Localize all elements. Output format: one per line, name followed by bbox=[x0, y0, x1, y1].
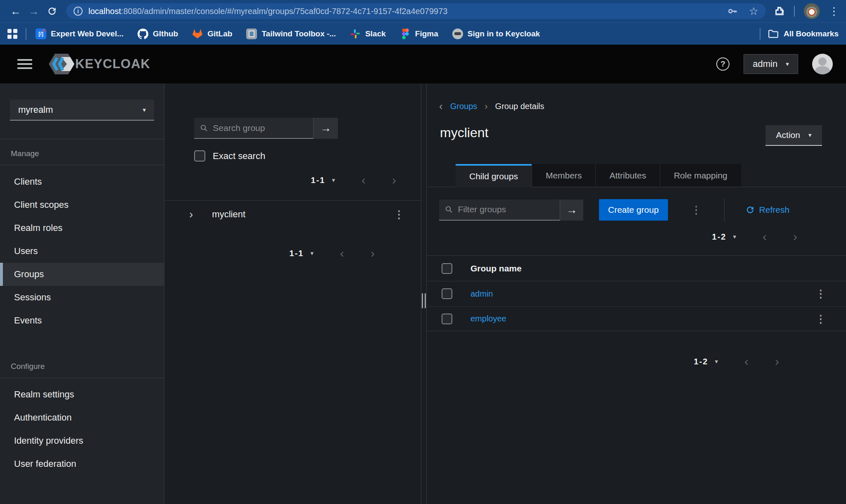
search-group-input[interactable] bbox=[213, 123, 307, 133]
url-bar[interactable]: i localhost:8080/admin/master/console/#/… bbox=[66, 3, 766, 19]
group-link-admin[interactable]: admin bbox=[471, 289, 493, 299]
group-link-employee[interactable]: employee bbox=[471, 314, 506, 323]
prev-page-icon[interactable]: ‹ bbox=[763, 231, 767, 243]
group-search-field[interactable] bbox=[194, 118, 313, 139]
help-icon[interactable]: ? bbox=[716, 57, 730, 71]
chevron-down-icon[interactable]: ▾ bbox=[310, 250, 314, 257]
bookmark-star-icon[interactable]: ☆ bbox=[749, 6, 758, 17]
bookmark-label: Slack bbox=[365, 29, 386, 38]
sidebar-item-identity-providers[interactable]: Identity providers bbox=[0, 429, 164, 452]
breadcrumb-chevron-icon: › bbox=[485, 101, 487, 112]
row-kebab-icon[interactable]: ⋮ bbox=[815, 288, 826, 299]
reload-icon[interactable] bbox=[43, 2, 61, 20]
tree-item-kebab-icon[interactable]: ⋮ bbox=[394, 209, 404, 220]
sidebar-item-users[interactable]: Users bbox=[0, 240, 164, 263]
chevron-down-icon[interactable]: ▾ bbox=[733, 233, 736, 240]
next-page-icon[interactable]: › bbox=[392, 174, 396, 186]
sidebar-item-realm-settings[interactable]: Realm settings bbox=[0, 383, 164, 406]
username: admin bbox=[753, 59, 777, 69]
breadcrumb-groups-link[interactable]: Groups bbox=[450, 102, 478, 111]
sidebar-item-events[interactable]: Events bbox=[0, 309, 164, 332]
password-key-icon[interactable] bbox=[727, 5, 738, 17]
prev-page-icon[interactable]: ‹ bbox=[361, 174, 366, 186]
keycloak-logo[interactable]: KEYCLOAK bbox=[49, 53, 150, 75]
extensions-icon[interactable] bbox=[774, 6, 785, 17]
create-group-button[interactable]: Create group bbox=[599, 199, 668, 221]
browser-profile-avatar[interactable] bbox=[804, 3, 820, 19]
bookmark-keycloak[interactable]: Sign in to Keycloak bbox=[452, 29, 540, 39]
prev-page-icon[interactable]: ‹ bbox=[340, 247, 344, 259]
bookmark-figma[interactable]: Figma bbox=[400, 29, 438, 39]
row-checkbox[interactable] bbox=[442, 288, 452, 299]
browser-menu-icon[interactable]: ⋮ bbox=[829, 6, 839, 17]
sidebar-item-realm-roles[interactable]: Realm roles bbox=[0, 216, 164, 240]
table-row: employee ⋮ bbox=[427, 306, 846, 331]
tree-pagination-bottom: 1-1 ▾ ‹ › bbox=[164, 247, 375, 259]
tab-child-groups[interactable]: Child groups bbox=[456, 164, 532, 187]
bookmarks-bar: [/] Expert Web Devel... GIthub GitLab Ta… bbox=[0, 22, 846, 45]
user-dropdown[interactable]: admin ▾ bbox=[744, 54, 798, 74]
breadcrumb: ‹ Groups › Group details bbox=[439, 100, 846, 113]
chevron-down-icon: ▾ bbox=[143, 106, 146, 114]
next-page-icon[interactable]: › bbox=[775, 355, 779, 368]
breadcrumb-back-icon[interactable]: ‹ bbox=[439, 100, 443, 113]
next-page-icon[interactable]: › bbox=[371, 247, 375, 259]
exact-search-checkbox[interactable] bbox=[194, 150, 205, 162]
table-pagination-top: 1-2 ▾ ‹ › bbox=[427, 231, 797, 243]
forward-icon[interactable]: → bbox=[25, 2, 43, 20]
tree-item-myclient[interactable]: › myclient ⋮ bbox=[164, 201, 421, 228]
search-submit-button[interactable]: → bbox=[313, 118, 338, 139]
apps-grid-icon[interactable] bbox=[7, 29, 17, 39]
back-icon[interactable]: ← bbox=[7, 2, 25, 20]
bookmark-expert-web[interactable]: [/] Expert Web Devel... bbox=[36, 29, 124, 39]
row-checkbox[interactable] bbox=[442, 314, 452, 324]
bookmark-tailwind-toolbox[interactable]: Tailwind Toolbox -... bbox=[246, 29, 336, 39]
panel-resize-handle[interactable] bbox=[422, 293, 426, 308]
sidebar-item-sessions[interactable]: Sessions bbox=[0, 286, 164, 309]
bookmark-github[interactable]: GIthub bbox=[138, 29, 178, 39]
filter-submit-button[interactable]: → bbox=[560, 200, 583, 221]
toolbar-kebab-icon[interactable]: ⋮ bbox=[691, 204, 702, 215]
keycloak-favicon-icon bbox=[452, 29, 463, 39]
next-page-icon[interactable]: › bbox=[793, 231, 797, 243]
bookmark-slack[interactable]: Slack bbox=[350, 29, 386, 39]
sidebar-item-client-scopes[interactable]: Client scopes bbox=[0, 193, 164, 216]
tab-attributes[interactable]: Attributes bbox=[595, 164, 660, 187]
tree-pagination-top: 1-1 ▾ ‹ › bbox=[164, 174, 396, 186]
all-bookmarks-button[interactable]: All Bookmarks bbox=[768, 29, 839, 38]
realm-selector[interactable]: myrealm ▾ bbox=[10, 100, 154, 121]
toolbar-separator bbox=[794, 6, 795, 17]
sidebar-item-clients[interactable]: Clients bbox=[0, 170, 164, 193]
prev-page-icon[interactable]: ‹ bbox=[744, 355, 749, 368]
sidebar-item-label: Realm roles bbox=[14, 223, 62, 233]
sidebar-item-groups[interactable]: Groups bbox=[0, 263, 164, 286]
sidebar-item-label: Authentication bbox=[14, 412, 71, 423]
site-info-icon[interactable]: i bbox=[74, 7, 83, 16]
filter-groups-input[interactable] bbox=[458, 204, 554, 214]
github-octocat-icon bbox=[138, 29, 148, 39]
action-dropdown-button[interactable]: Action ▾ bbox=[765, 125, 822, 146]
tab-members[interactable]: Members bbox=[532, 164, 596, 187]
filter-groups-box: → bbox=[439, 200, 583, 221]
refresh-button[interactable]: Refresh bbox=[745, 205, 790, 215]
expand-chevron-icon[interactable]: › bbox=[189, 208, 193, 221]
nav-toggle-hamburger-icon[interactable] bbox=[17, 59, 32, 69]
bookmark-gitlab[interactable]: GitLab bbox=[192, 29, 232, 39]
sidebar-item-authentication[interactable]: Authentication bbox=[0, 406, 164, 429]
user-avatar[interactable] bbox=[812, 54, 833, 74]
child-groups-toolbar: → Create group ⋮ Refresh bbox=[439, 198, 829, 221]
tab-label: Child groups bbox=[469, 171, 518, 181]
group-search-box: → bbox=[194, 118, 421, 139]
row-kebab-icon[interactable]: ⋮ bbox=[815, 314, 826, 324]
sidebar-item-label: Identity providers bbox=[14, 435, 83, 446]
select-all-checkbox[interactable] bbox=[442, 263, 452, 274]
keycloak-hexagon-icon bbox=[49, 53, 74, 75]
filter-groups-field[interactable] bbox=[439, 200, 560, 221]
url-text[interactable]: localhost:8080/admin/master/console/#/my… bbox=[88, 7, 721, 16]
sidebar-item-user-federation[interactable]: User federation bbox=[0, 452, 164, 475]
chevron-down-icon[interactable]: ▾ bbox=[715, 358, 718, 365]
exact-search-row: Exact search bbox=[194, 150, 421, 162]
tab-role-mapping[interactable]: Role mapping bbox=[660, 164, 741, 187]
chevron-down-icon[interactable]: ▾ bbox=[332, 176, 335, 184]
group-details-panel: ‹ Groups › Group details myclient Action… bbox=[426, 83, 846, 504]
